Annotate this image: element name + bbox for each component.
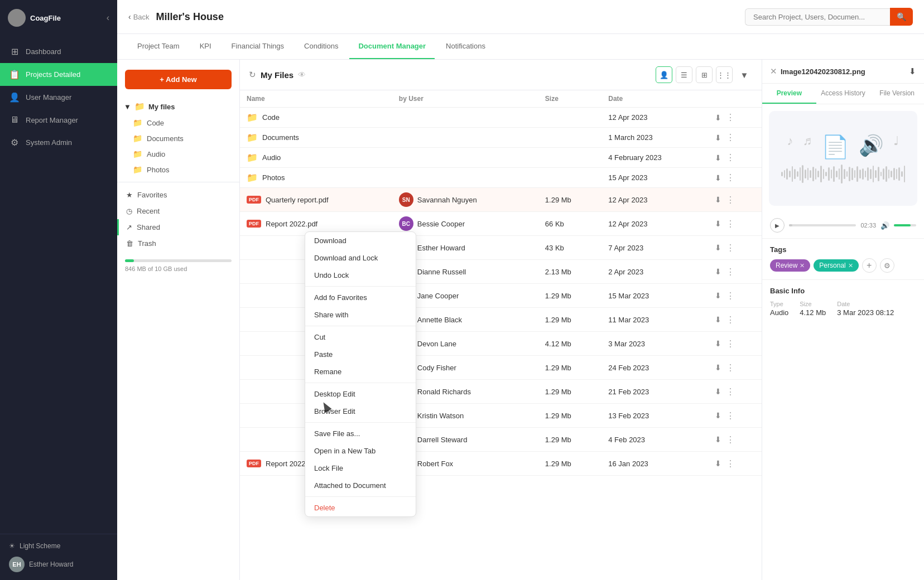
tab-notifications[interactable]: Notifications bbox=[437, 34, 494, 59]
tab-financial-things[interactable]: Financial Things bbox=[223, 34, 293, 59]
more-button[interactable]: ⋮ bbox=[726, 152, 735, 163]
download-button[interactable]: ⬇ bbox=[715, 315, 721, 324]
download-button[interactable]: ⬇ bbox=[715, 267, 721, 276]
sidebar-folder-photos[interactable]: 📁 Photos bbox=[117, 162, 239, 177]
more-button[interactable]: ⋮ bbox=[726, 434, 735, 445]
sidebar-item-projects-detailed[interactable]: 📋 Projects Detailed bbox=[0, 63, 117, 86]
cm-lock-file[interactable]: Lock File bbox=[305, 460, 416, 477]
cm-rename[interactable]: Remane bbox=[305, 363, 416, 380]
sidebar-trash[interactable]: 🗑 Trash bbox=[117, 235, 239, 252]
cm-open-new-tab[interactable]: Open in a New Tab bbox=[305, 442, 416, 460]
more-button[interactable]: ⋮ bbox=[726, 386, 735, 397]
table-row[interactable]: 📁Documents1 March 2023⬇⋮ bbox=[240, 128, 762, 148]
cm-cut[interactable]: Cut bbox=[305, 328, 416, 346]
search-input[interactable] bbox=[745, 8, 890, 26]
more-button[interactable]: ⋮ bbox=[726, 195, 735, 205]
download-button[interactable]: ⬇ bbox=[715, 173, 721, 182]
download-button[interactable]: ⬇ bbox=[715, 459, 721, 468]
sidebar-favorites[interactable]: ★ Favorites bbox=[117, 187, 239, 203]
tag-settings-button[interactable]: ⚙ bbox=[880, 258, 894, 273]
more-button[interactable]: ⋮ bbox=[726, 219, 735, 229]
download-button[interactable]: ⬇ bbox=[715, 411, 721, 420]
light-scheme-toggle[interactable]: ☀ Light Scheme bbox=[9, 542, 108, 550]
download-button[interactable]: ⬇ bbox=[715, 243, 721, 252]
tab-kpi[interactable]: KPI bbox=[191, 34, 220, 59]
cm-add-favorites[interactable]: Add fo Favorites bbox=[305, 289, 416, 306]
cm-browser-edit[interactable]: Browser Edit bbox=[305, 403, 416, 420]
tab-project-team[interactable]: Project Team bbox=[128, 34, 189, 59]
sidebar-folder-code[interactable]: 📁 Code bbox=[117, 115, 239, 130]
date-cell: 13 Feb 2023 bbox=[601, 404, 708, 428]
cm-paste[interactable]: Paste bbox=[305, 346, 416, 363]
more-button[interactable]: ⋮ bbox=[726, 315, 735, 325]
view-columns-button[interactable]: ⋮⋮ bbox=[716, 66, 733, 83]
close-button[interactable]: ✕ bbox=[770, 66, 777, 76]
sidebar-folder-audio[interactable]: 📁 Audio bbox=[117, 146, 239, 162]
cm-download-lock[interactable]: Download and Lock bbox=[305, 249, 416, 267]
sidebar-item-system-admin[interactable]: ⚙ System Admin bbox=[0, 131, 117, 154]
sidebar-item-dashboard[interactable]: ⊞ Dashboard bbox=[0, 40, 117, 63]
play-button[interactable]: ▶ bbox=[770, 218, 785, 233]
tab-preview[interactable]: Preview bbox=[762, 84, 816, 104]
download-button[interactable]: ⬇ bbox=[715, 113, 721, 122]
more-button[interactable]: ⋮ bbox=[726, 410, 735, 421]
cm-undo-lock[interactable]: Undo Lock bbox=[305, 267, 416, 284]
waveform-bar bbox=[807, 168, 809, 180]
download-button[interactable]: ⬇ bbox=[909, 66, 916, 76]
more-button[interactable]: ⋮ bbox=[726, 362, 735, 373]
sidebar-collapse-button[interactable]: ‹ bbox=[107, 13, 109, 23]
remove-tag-personal[interactable]: ✕ bbox=[848, 262, 853, 269]
my-files-header[interactable]: ▼ 📁 My files bbox=[117, 98, 239, 115]
cm-attach[interactable]: Attached to Document bbox=[305, 477, 416, 494]
refresh-icon[interactable]: ↻ bbox=[249, 70, 256, 80]
download-button[interactable]: ⬇ bbox=[715, 219, 721, 228]
cm-share-with[interactable]: Share with bbox=[305, 306, 416, 323]
more-button[interactable]: ⋮ bbox=[726, 243, 735, 253]
more-button[interactable]: ⋮ bbox=[726, 339, 735, 349]
more-button[interactable]: ⋮ bbox=[726, 132, 735, 143]
view-grid-button[interactable]: ⊞ bbox=[696, 66, 713, 83]
more-button[interactable]: ⋮ bbox=[726, 267, 735, 277]
sidebar-shared[interactable]: ↗ Shared bbox=[117, 219, 239, 235]
cm-download[interactable]: Download bbox=[305, 232, 416, 249]
filter-button[interactable]: ▼ bbox=[736, 66, 753, 83]
view-person-button[interactable]: 👤 bbox=[656, 66, 672, 83]
cm-desktop-edit[interactable]: Desktop Edit bbox=[305, 385, 416, 403]
sidebar-item-user-manager[interactable]: 👤 User Manager bbox=[0, 86, 117, 109]
download-button[interactable]: ⬇ bbox=[715, 363, 721, 372]
sidebar-recent[interactable]: ◷ Recent bbox=[117, 203, 239, 219]
more-button[interactable]: ⋮ bbox=[726, 112, 735, 123]
download-button[interactable]: ⬇ bbox=[715, 195, 721, 204]
tab-document-manager[interactable]: Document Manager bbox=[349, 34, 435, 59]
table-row[interactable]: 📁Photos15 Apr 2023⬇⋮ bbox=[240, 168, 762, 188]
volume-bar[interactable] bbox=[894, 224, 916, 226]
sidebar-folder-documents[interactable]: 📁 Documents bbox=[117, 130, 239, 146]
cm-delete[interactable]: Delete bbox=[305, 499, 416, 516]
user-name: Jane Cooper bbox=[417, 292, 459, 300]
add-new-button[interactable]: + Add New bbox=[125, 70, 232, 89]
sidebar-item-report-manager[interactable]: 🖥 Report Manager bbox=[0, 109, 117, 131]
tab-conditions[interactable]: Conditions bbox=[295, 34, 347, 59]
cm-save-as[interactable]: Save File as... bbox=[305, 425, 416, 442]
more-button[interactable]: ⋮ bbox=[726, 458, 735, 469]
download-button[interactable]: ⬇ bbox=[715, 435, 721, 444]
search-button[interactable]: 🔍 bbox=[890, 8, 913, 26]
download-button[interactable]: ⬇ bbox=[715, 387, 721, 396]
table-row[interactable]: 📁Audio4 February 2023⬇⋮ bbox=[240, 148, 762, 168]
download-button[interactable]: ⬇ bbox=[715, 291, 721, 300]
tab-file-version[interactable]: File Version bbox=[870, 84, 924, 104]
more-button[interactable]: ⋮ bbox=[726, 291, 735, 301]
tab-access-history[interactable]: Access History bbox=[816, 84, 870, 104]
download-button[interactable]: ⬇ bbox=[715, 153, 721, 162]
table-row[interactable]: PDFQuarterly report.pdfSNSavannah Nguyen… bbox=[240, 188, 762, 212]
download-button[interactable]: ⬇ bbox=[715, 133, 721, 142]
download-button[interactable]: ⬇ bbox=[715, 339, 721, 348]
add-tag-button[interactable]: + bbox=[862, 258, 877, 273]
table-row[interactable]: 📁Code12 Apr 2023⬇⋮ bbox=[240, 108, 762, 128]
remove-tag-review[interactable]: ✕ bbox=[800, 262, 805, 269]
more-button[interactable]: ⋮ bbox=[726, 172, 735, 183]
tag-review: Review ✕ bbox=[770, 259, 810, 272]
progress-bar[interactable] bbox=[789, 224, 856, 226]
view-list-button[interactable]: ☰ bbox=[676, 66, 692, 83]
back-button[interactable]: ‹ Back bbox=[128, 12, 150, 21]
